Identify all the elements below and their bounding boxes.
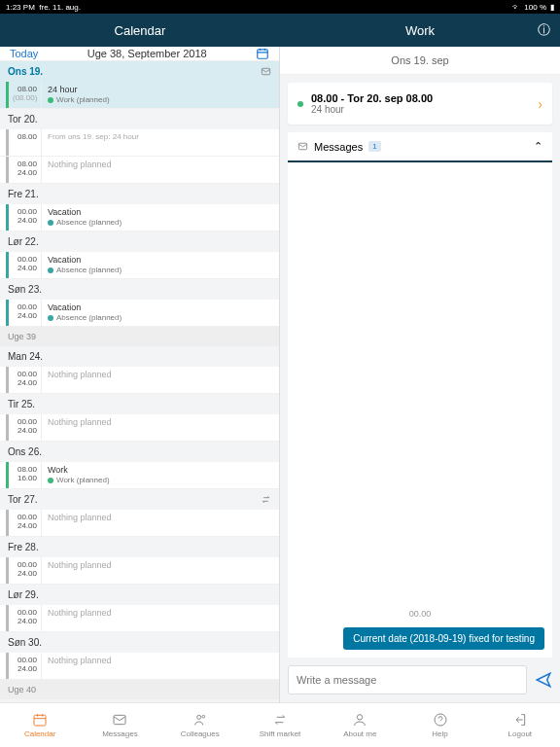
day-header[interactable]: Man 24. bbox=[0, 346, 279, 367]
row-content: Nothing planned bbox=[41, 510, 279, 536]
day-label: Lør 29. bbox=[8, 589, 39, 600]
row-content: Nothing planned bbox=[41, 653, 279, 679]
right-date: Ons 19. sep bbox=[280, 47, 560, 75]
message-input[interactable] bbox=[288, 665, 527, 694]
tab-label: Colleagues bbox=[181, 729, 220, 738]
time-range: 00.0024.00 bbox=[6, 510, 41, 536]
time-range: 08.00 bbox=[6, 129, 41, 156]
week-header: Uge 39 bbox=[0, 327, 279, 346]
day-header[interactable]: Fre 21. bbox=[0, 184, 279, 204]
tab-calendar[interactable]: Calendar bbox=[0, 703, 80, 747]
sort-icon bbox=[261, 494, 271, 505]
messages-header[interactable]: Messages 1 ⌃ bbox=[288, 132, 552, 162]
info-icon[interactable]: ⓘ bbox=[538, 21, 550, 39]
day-label: Man 24. bbox=[8, 351, 43, 362]
time-range: 08.0016.00 bbox=[6, 462, 41, 488]
svg-point-8 bbox=[435, 714, 446, 726]
battery-pct: 100 % bbox=[524, 3, 546, 12]
time-range: 00.0024.00 bbox=[6, 300, 41, 326]
app-header: Calendar Work ⓘ bbox=[0, 14, 560, 47]
row-content: VacationAbsence (planned) bbox=[41, 300, 279, 326]
calendar-icon bbox=[32, 712, 48, 728]
shift-desc: 24 hour bbox=[311, 104, 538, 115]
calendar-row[interactable]: 00.0024.00Nothing planned bbox=[0, 653, 279, 680]
day-label: Søn 30. bbox=[8, 637, 42, 648]
shift-card[interactable]: 08.00 - Tor 20. sep 08.00 24 hour › bbox=[288, 83, 552, 124]
day-label: Tir 25. bbox=[8, 399, 35, 409]
calendar-row[interactable]: 00.0024.00Nothing planned bbox=[0, 605, 279, 632]
day-header[interactable]: Tor 27. bbox=[0, 489, 279, 510]
help-icon bbox=[433, 712, 448, 728]
calendar-row[interactable]: 00.0024.00Nothing planned bbox=[0, 414, 279, 442]
svg-rect-3 bbox=[34, 715, 46, 726]
calendar-subheader: Today Uge 38, September 2018 bbox=[0, 47, 279, 61]
day-header[interactable]: Søn 23. bbox=[0, 279, 279, 300]
tab-label: Logout bbox=[508, 729, 532, 738]
day-header[interactable]: Søn 30. bbox=[0, 632, 279, 653]
calendar-panel: Today Uge 38, September 2018 Ons 19.08.0… bbox=[0, 47, 280, 702]
tab-label: Calendar bbox=[24, 729, 55, 738]
day-label: Ons 19. bbox=[8, 66, 43, 77]
chevron-right-icon: › bbox=[538, 96, 542, 112]
users-icon bbox=[192, 712, 208, 728]
day-header[interactable]: Ons 26. bbox=[0, 442, 279, 462]
tab-colleagues[interactable]: Colleagues bbox=[160, 703, 240, 747]
row-content: 24 hourWork (planned) bbox=[41, 82, 279, 108]
swap-icon bbox=[272, 712, 288, 728]
message-timestamp: 00.00 bbox=[288, 609, 552, 619]
day-header[interactable]: Ons 19. bbox=[0, 61, 279, 82]
time-range: 08.0024.00 bbox=[6, 157, 41, 183]
calendar-row[interactable]: 08.00From ons 19. sep: 24 hour bbox=[0, 129, 279, 157]
day-label: Ons 26. bbox=[8, 446, 42, 457]
row-content: Nothing planned bbox=[41, 157, 279, 183]
day-header[interactable]: Lør 29. bbox=[0, 585, 279, 605]
tab-messages[interactable]: Messages bbox=[80, 703, 159, 747]
calendar-row[interactable]: 08.0016.00WorkWork (planned) bbox=[0, 462, 279, 489]
mail-icon bbox=[261, 66, 271, 77]
tab-shift-market[interactable]: Shift market bbox=[240, 703, 320, 747]
messages-title: Messages bbox=[314, 141, 363, 153]
day-label: Tor 20. bbox=[8, 114, 38, 124]
status-dot-icon bbox=[48, 220, 53, 226]
calendar-row[interactable]: 00.0024.00VacationAbsence (planned) bbox=[0, 252, 279, 279]
day-header[interactable]: Lør 22. bbox=[0, 231, 279, 252]
tab-about-me[interactable]: About me bbox=[320, 703, 400, 747]
logout-icon bbox=[512, 712, 528, 728]
calendar-icon[interactable] bbox=[256, 47, 269, 60]
calendar-row[interactable]: 00.0024.00Nothing planned bbox=[0, 557, 279, 585]
calendar-row[interactable]: 00.0024.00Nothing planned bbox=[0, 367, 279, 394]
wifi-icon: ᯤ bbox=[512, 3, 520, 12]
calendar-row[interactable]: 00.0024.00Nothing planned bbox=[0, 510, 279, 537]
tabbar: CalendarMessagesColleaguesShift marketAb… bbox=[0, 702, 560, 747]
calendar-row[interactable]: 08.0024.00Nothing planned bbox=[0, 157, 279, 184]
tab-help[interactable]: Help bbox=[400, 703, 479, 747]
system-message: Current date (2018-09-19) fixed for test… bbox=[343, 627, 544, 650]
day-header[interactable]: Tor 20. bbox=[0, 109, 279, 129]
tab-logout[interactable]: Logout bbox=[480, 703, 560, 747]
row-content: Nothing planned bbox=[41, 367, 279, 393]
user-icon bbox=[352, 712, 368, 728]
time-range: 00.0024.00 bbox=[6, 204, 41, 231]
status-dot-icon bbox=[48, 478, 53, 483]
send-icon[interactable] bbox=[535, 671, 552, 689]
day-header[interactable]: Fre 28. bbox=[0, 537, 279, 557]
time-range: 00.0024.00 bbox=[6, 414, 41, 441]
calendar-row[interactable]: 08.00(08.00)24 hourWork (planned) bbox=[0, 82, 279, 109]
day-label: Lør 22. bbox=[8, 236, 39, 247]
day-header[interactable]: Tir 25. bbox=[0, 394, 279, 414]
messages-body: 00.00 Current date (2018-09-19) fixed fo… bbox=[288, 162, 552, 658]
svg-point-6 bbox=[202, 715, 205, 718]
time-range: 08.00(08.00) bbox=[6, 82, 41, 108]
today-button[interactable]: Today bbox=[10, 48, 38, 59]
time-range: 00.0024.00 bbox=[6, 605, 41, 631]
shift-time: 08.00 - Tor 20. sep 08.00 bbox=[311, 92, 538, 104]
row-content: WorkWork (planned) bbox=[41, 462, 279, 488]
calendar-row[interactable]: 00.0024.00VacationAbsence (planned) bbox=[0, 204, 279, 231]
calendar-row[interactable]: 00.0024.00VacationAbsence (planned) bbox=[0, 300, 279, 327]
work-panel: Ons 19. sep 08.00 - Tor 20. sep 08.00 24… bbox=[280, 47, 560, 702]
tab-label: Messages bbox=[102, 729, 137, 738]
status-bar: 1:23 PM fre. 11. aug. ᯤ 100 % ▮ bbox=[0, 0, 560, 14]
row-content: From ons 19. sep: 24 hour bbox=[41, 129, 279, 156]
status-time: 1:23 PM bbox=[6, 3, 35, 12]
messages-count: 1 bbox=[368, 141, 380, 152]
